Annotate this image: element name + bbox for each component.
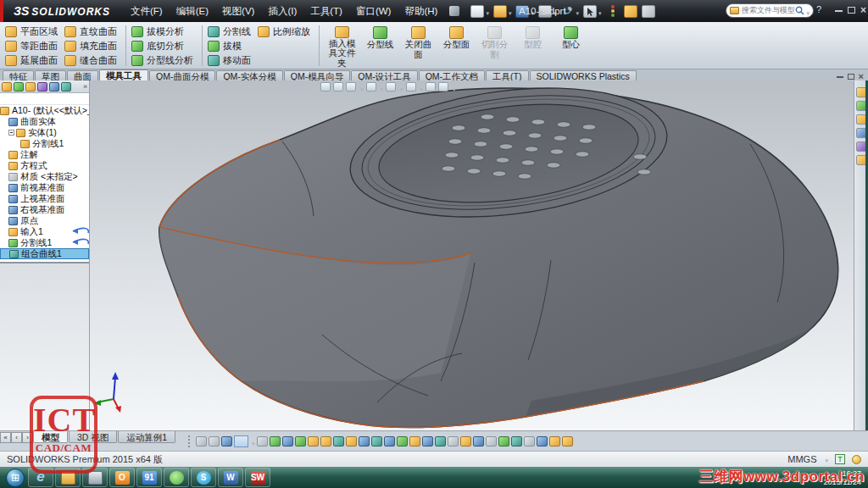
filter-toggle-icon[interactable] [196, 436, 207, 446]
search-magnifier-icon[interactable] [795, 6, 804, 15]
window-minimize-button[interactable] [835, 9, 843, 12]
draft-analysis-button[interactable]: 拔模分析 [130, 25, 198, 38]
window-close-button[interactable]: × [860, 6, 866, 14]
tree-item-solid-bodies[interactable]: 实体(1) [0, 127, 89, 138]
feature-tree-tab-icon[interactable] [2, 82, 12, 92]
hide-show-caret-icon[interactable] [420, 80, 424, 95]
tree-item-right-plane[interactable]: 右视基准面 [0, 204, 89, 215]
filter-surface-bodies-icon[interactable] [308, 436, 319, 446]
search-scope-folder-icon[interactable] [730, 7, 739, 14]
scene-caret-icon[interactable] [453, 80, 456, 95]
taskbar-solidworks-button[interactable]: SW [245, 468, 270, 487]
tags-icon[interactable]: T [835, 454, 845, 464]
display-style-caret-icon[interactable] [400, 80, 403, 95]
filter-dimensions-icon[interactable] [435, 436, 446, 446]
cavity-button[interactable]: 型腔 [514, 24, 552, 68]
units-caret-icon[interactable] [825, 454, 828, 464]
filter-geometric-tolerances-icon[interactable] [460, 436, 471, 446]
shut-off-surfaces-button[interactable]: 关闭曲 面 [399, 24, 437, 68]
planar-surface-button[interactable]: 平面区域 [3, 25, 63, 38]
parting-line-analysis-button[interactable]: 分型线分析 [130, 53, 198, 67]
tree-item-composite-curve1-selected[interactable]: 组合曲线1 [0, 248, 89, 259]
tab-sketch[interactable]: 草图 [35, 70, 66, 80]
filter-planes-icon[interactable] [346, 436, 357, 446]
zoom-area-icon[interactable] [333, 82, 343, 92]
tab-surfaces[interactable]: 曲面 [67, 70, 98, 80]
configuration-manager-tab-icon[interactable] [25, 82, 36, 92]
section-view-icon[interactable] [346, 82, 356, 92]
doc-minimize-button[interactable] [837, 75, 843, 78]
ruled-surface-button[interactable]: 直纹曲面 [63, 25, 122, 38]
view-orientation-caret-icon[interactable] [381, 80, 384, 95]
filter-solid-bodies-icon[interactable] [320, 436, 331, 446]
menu-insert[interactable]: 插入(I) [261, 3, 303, 20]
tree-item-annotations[interactable]: 注解 [0, 149, 89, 160]
graphics-viewport[interactable] [0, 80, 868, 430]
tab-qm-solid-split[interactable]: QM-实体分模 [216, 70, 282, 80]
help-button[interactable]: ? [816, 4, 821, 14]
more-tabs-chevron-icon[interactable]: » [83, 82, 87, 91]
filter-notes-icon[interactable] [473, 436, 484, 446]
core-button[interactable]: 型心 [552, 24, 590, 68]
tree-item-surface-bodies[interactable]: 曲面实体 [0, 116, 89, 127]
open-document-icon[interactable] [493, 5, 507, 18]
filter-sketches-icon[interactable] [371, 436, 382, 446]
tree-item-splitline1-body[interactable]: 分割线1 [0, 138, 89, 149]
taskbar-91assistant-button[interactable]: 91 [136, 468, 162, 487]
filter-routing-points-icon[interactable] [562, 436, 573, 446]
filter-sketch-points-icon[interactable] [359, 436, 370, 446]
knit-surface-button[interactable]: 缝合曲面 [63, 53, 122, 67]
new-caret-icon[interactable] [486, 3, 489, 19]
filter-datum-targets-icon[interactable] [524, 436, 535, 446]
window-restore-button[interactable] [848, 7, 855, 14]
filter-connection-points-icon[interactable] [549, 436, 560, 446]
open-caret-icon[interactable] [509, 3, 512, 19]
start-button[interactable]: ⊞ [6, 469, 25, 487]
filter-blocks-icon[interactable] [537, 436, 548, 446]
clear-filters-icon[interactable] [209, 436, 220, 446]
tree-item-front-plane[interactable]: 前视基准面 [0, 182, 89, 193]
tab-qm-mold-wizard[interactable]: QM-模具向导 [284, 70, 350, 80]
hide-show-items-icon[interactable] [406, 82, 416, 92]
new-document-icon[interactable] [470, 5, 484, 18]
file-properties-icon[interactable] [624, 5, 637, 18]
lasso-select-icon[interactable] [257, 436, 268, 446]
filter-weld-symbols-icon[interactable] [511, 436, 522, 446]
tooling-split-button[interactable]: 切削分 割 [476, 24, 514, 68]
tab-solidworks-plastics[interactable]: SOLIDWORKS Plastics [530, 70, 637, 80]
doc-close-button[interactable]: × [859, 73, 864, 80]
draft-button[interactable]: 拔模 [206, 39, 256, 53]
units-selector[interactable]: MMGS [787, 454, 816, 464]
filter-datums-icon[interactable] [498, 436, 509, 446]
tree-root-part[interactable]: A10- (默认<<默认>_显 [0, 105, 89, 116]
menu-help[interactable]: 帮助(H) [398, 3, 444, 20]
filter-midpoints-icon[interactable] [397, 436, 408, 446]
undo-caret-icon[interactable] [576, 3, 579, 19]
tree-item-splitline1[interactable]: 分割线1 [0, 237, 89, 248]
zoom-fit-icon[interactable] [320, 82, 331, 92]
display-style-icon[interactable] [386, 82, 396, 92]
tree-item-equations[interactable]: 方程式 [0, 160, 89, 171]
filter-surface-finish-icon[interactable] [448, 436, 459, 446]
section-caret-icon[interactable] [360, 80, 364, 95]
tab-nav-prev-icon[interactable]: ‹ [11, 432, 22, 443]
taskbar-skype-button[interactable]: S [191, 468, 216, 487]
select-all-filters-icon[interactable] [221, 436, 232, 446]
plastics-tab-icon[interactable] [61, 82, 71, 92]
search-box[interactable]: 搜索文件与模型 [726, 3, 814, 18]
taskbar-360-button[interactable] [164, 468, 189, 487]
pin-menu-icon[interactable] [449, 6, 459, 16]
select-cursor-icon[interactable] [583, 5, 597, 18]
tab-qm-surface-split[interactable]: QM-曲面分模 [149, 70, 215, 80]
filter-edges-icon[interactable] [282, 436, 293, 446]
filter-balloons-icon[interactable] [486, 436, 497, 446]
filter-sketch-segments-icon[interactable] [384, 436, 395, 446]
tab-qm-work-docs[interactable]: QM-工作文档 [419, 70, 485, 80]
menu-window[interactable]: 窗口(W) [349, 3, 398, 20]
select-tool-caret-icon[interactable] [252, 434, 255, 449]
search-input[interactable]: 搜索文件与模型 [742, 5, 795, 16]
insert-mold-folders-button[interactable]: 插入模 具文件 夹 [323, 24, 361, 68]
filter-vertices-icon[interactable] [270, 436, 281, 446]
search-caret-icon[interactable] [806, 3, 810, 19]
appearances-icon[interactable] [426, 82, 436, 92]
